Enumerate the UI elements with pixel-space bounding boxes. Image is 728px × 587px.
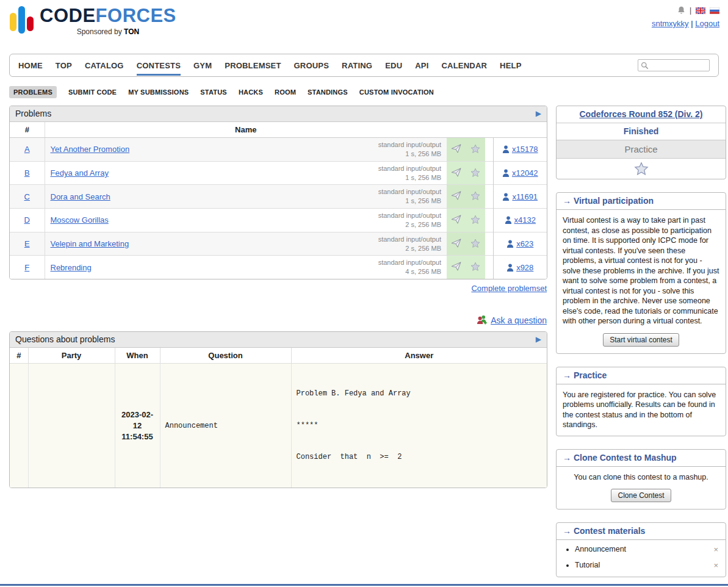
tab-my-submissions[interactable]: MY SUBMISSIONS: [128, 88, 189, 96]
favorite-contest-star-icon[interactable]: [634, 162, 649, 175]
problem-index-link[interactable]: D: [24, 215, 30, 225]
clone-mashup-box: → Clone Contest to Mashup You can clone …: [556, 449, 726, 510]
nav-item-catalog[interactable]: CATALOG: [85, 55, 124, 76]
nav-item-contests[interactable]: CONTESTS: [137, 55, 181, 76]
contest-title-link[interactable]: Codeforces Round 852 (Div. 2): [579, 109, 702, 119]
nav-item-home[interactable]: HOME: [18, 55, 43, 76]
solved-count-link[interactable]: x4132: [494, 215, 547, 225]
problem-index-link[interactable]: B: [24, 168, 30, 178]
favorite-star-icon[interactable]: [470, 215, 480, 224]
problem-limits: standard input/output2 s, 256 MB: [378, 235, 441, 253]
question-party-cell: [28, 364, 115, 488]
nav-item-edu[interactable]: EDU: [385, 55, 402, 76]
problem-name-link[interactable]: Fedya and Array: [51, 168, 109, 178]
site-header: CODEFORCES Sponsored by TON |: [0, 0, 728, 54]
username-link[interactable]: sntmxykky: [652, 19, 689, 28]
tab-custom-invocation[interactable]: CUSTOM INVOCATION: [359, 88, 434, 96]
separator: |: [691, 19, 693, 28]
clone-title-link[interactable]: → Clone Contest to Mashup: [563, 453, 677, 463]
nav-item-api[interactable]: API: [415, 55, 428, 76]
practice-title-link[interactable]: → Practice: [563, 370, 607, 380]
virtual-participation-link[interactable]: → Virtual participation: [563, 196, 654, 206]
clone-button-row: Clone Contest: [557, 488, 726, 509]
problem-name-link[interactable]: Dora and Search: [51, 192, 110, 201]
nav-item-calendar[interactable]: CALENDAR: [442, 55, 488, 76]
col-header-name: Name: [45, 122, 447, 138]
materials-title-link[interactable]: → Contest materials: [563, 526, 645, 536]
nav-item-help[interactable]: HELP: [500, 55, 521, 76]
submit-plane-icon[interactable]: [451, 144, 461, 153]
clone-contest-button[interactable]: Clone Contest: [611, 489, 671, 502]
problem-index-link[interactable]: E: [24, 239, 30, 248]
problem-limits: standard input/output4 s, 256 MB: [378, 258, 441, 276]
question-answer-cell: Problem B. Fedya and Array ***** Conside…: [291, 364, 547, 488]
search-box: [638, 59, 710, 71]
problem-name-link[interactable]: Velepin and Marketing: [51, 239, 129, 248]
problem-index-link[interactable]: A: [24, 145, 30, 154]
solved-count-link[interactable]: x623: [494, 239, 547, 248]
solved-person-icon: [505, 216, 512, 224]
nav-item-top[interactable]: TOP: [56, 55, 72, 76]
tab-status[interactable]: STATUS: [200, 88, 227, 96]
contest-star-row: [557, 159, 726, 179]
problem-index-link[interactable]: F: [24, 263, 29, 272]
nav-item-problemset[interactable]: PROBLEMSET: [225, 55, 281, 76]
submit-plane-icon[interactable]: [451, 168, 461, 177]
questions-box: Questions about problems ▶ # Party When …: [9, 331, 547, 488]
contest-materials-box: → Contest materials × Announcement × Tut…: [556, 522, 726, 577]
russian-flag-icon[interactable]: [710, 7, 719, 14]
problem-index-link[interactable]: C: [24, 192, 30, 201]
problems-box: Problems ▶ # Name A Yet Another Promotio…: [9, 106, 547, 279]
solved-person-icon: [502, 145, 510, 153]
solved-count-link[interactable]: x12042: [494, 168, 547, 178]
favorite-star-icon[interactable]: [470, 144, 480, 153]
favorite-star-icon[interactable]: [470, 239, 480, 248]
complete-problemset-link[interactable]: Complete problemset: [471, 284, 547, 293]
submit-plane-icon[interactable]: [451, 262, 461, 271]
materials-title: → Contest materials: [557, 523, 726, 540]
tab-room[interactable]: ROOM: [275, 88, 296, 96]
problem-name-link[interactable]: Moscow Gorillas: [51, 215, 109, 225]
problem-name-link[interactable]: Rebrending: [51, 263, 92, 272]
nav-item-gym[interactable]: GYM: [193, 55, 212, 76]
material-tutorial-link[interactable]: Tutorial: [575, 561, 600, 569]
tab-problems[interactable]: PROBLEMS: [9, 86, 57, 98]
notifications-bell-icon[interactable]: [677, 6, 685, 15]
tab-hacks[interactable]: HACKS: [239, 88, 263, 96]
question-text-cell: Announcement: [160, 364, 291, 488]
problem-row: B Fedya and Arraystandard input/output1 …: [10, 161, 547, 185]
solved-count-link[interactable]: x928: [494, 263, 547, 272]
expand-arrow-icon[interactable]: ▶: [536, 335, 541, 344]
material-item-announcement: × Announcement: [575, 545, 726, 553]
favorite-star-icon[interactable]: [470, 168, 480, 177]
problem-limits: standard input/output1 s, 256 MB: [378, 140, 441, 159]
expand-arrow-icon[interactable]: ▶: [536, 109, 541, 118]
submit-plane-icon[interactable]: [451, 215, 461, 224]
logout-link[interactable]: Logout: [695, 19, 719, 28]
submit-plane-icon[interactable]: [451, 191, 461, 200]
material-announcement-link[interactable]: Announcement: [575, 545, 626, 553]
practice-box: → Practice You are registered for practi…: [556, 367, 726, 436]
complete-problemset-row: Complete problemset: [10, 284, 547, 293]
material-close-icon[interactable]: ×: [713, 561, 718, 570]
questions-caption: Questions about problems: [15, 334, 115, 344]
col-header-index: #: [10, 122, 45, 138]
practice-text: You are registered for practice. You can…: [557, 384, 726, 436]
material-close-icon[interactable]: ×: [713, 545, 718, 554]
logo-bars-icon: [10, 6, 34, 34]
favorite-star-icon[interactable]: [470, 191, 480, 200]
english-flag-icon[interactable]: [696, 7, 705, 14]
start-virtual-contest-button[interactable]: Start virtual contest: [603, 333, 679, 347]
ask-question-link[interactable]: Ask a question: [491, 315, 547, 325]
problem-name-link[interactable]: Yet Another Promotion: [51, 145, 130, 154]
tab-submit-code[interactable]: SUBMIT CODE: [68, 88, 117, 96]
solved-count-link[interactable]: x15178: [494, 145, 547, 154]
codeforces-logo[interactable]: CODEFORCES Sponsored by TON: [10, 6, 176, 36]
materials-list: × Announcement × Tutorial: [575, 545, 726, 569]
favorite-star-icon[interactable]: [470, 262, 480, 271]
tab-standings[interactable]: STANDINGS: [308, 88, 348, 96]
submit-plane-icon[interactable]: [451, 239, 461, 248]
nav-item-rating[interactable]: RATING: [342, 55, 372, 76]
solved-count-link[interactable]: x11691: [494, 192, 547, 201]
nav-item-groups[interactable]: GROUPS: [294, 55, 330, 76]
